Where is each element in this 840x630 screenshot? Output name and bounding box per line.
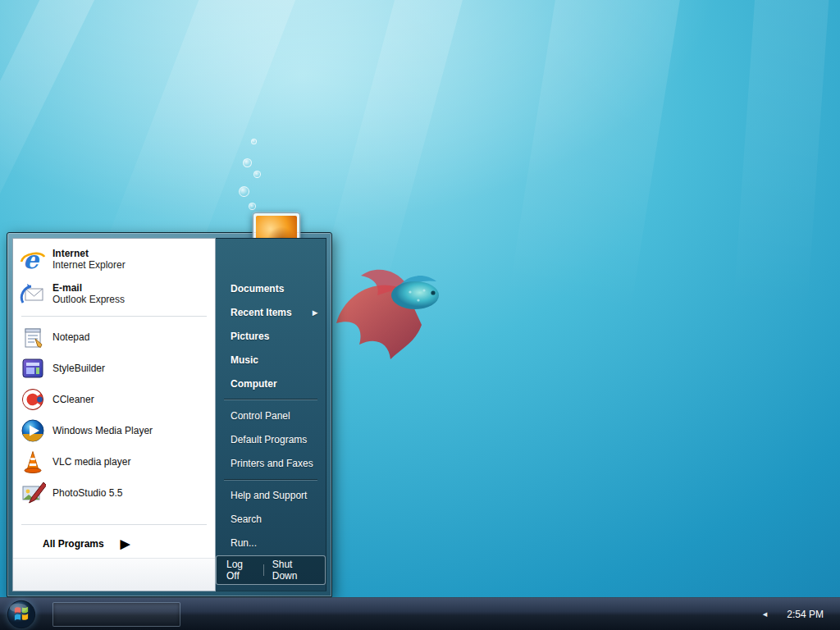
pinned-item-title: Internet [52,248,126,259]
light-ray [725,0,837,428]
program-label: CCleaner [52,394,94,405]
desktop: e Internet Internet Explorer [0,0,840,630]
light-ray [491,0,696,430]
outlook-express-icon [20,281,46,307]
start-menu-item-printers-and-faxes[interactable]: Printers and Faxes [216,452,326,476]
all-programs-label: All Programs [43,538,104,550]
menu-item-label: Recent Items [231,307,313,318]
windows-media-player-icon [20,418,46,444]
stylebuilder-icon [20,355,46,381]
program-label: VLC media player [52,456,130,468]
program-label: Windows Media Player [52,425,153,436]
notepad-icon [20,324,46,350]
start-menu-item-stylebuilder[interactable]: StyleBuilder [13,353,215,384]
start-menu-item-windows-media-player[interactable]: Windows Media Player [13,415,215,446]
start-menu-item-pictures[interactable]: Pictures [216,324,326,348]
all-programs-button[interactable]: All Programs ▶ [13,530,215,558]
start-menu-left-panel: e Internet Internet Explorer [12,238,216,591]
menu-item-label: Control Panel [231,410,317,422]
start-menu-item-recent-items[interactable]: Recent Items ▸ [216,300,326,324]
menu-item-label: Pictures [231,331,317,342]
start-menu-left-footer [13,558,215,591]
start-menu-item-ccleaner[interactable]: CCleaner [13,384,215,415]
separator [21,316,207,317]
start-menu-item-run[interactable]: Run... [216,532,326,555]
betta-fish [330,243,451,381]
program-label: PhotoStudio 5.5 [52,487,122,499]
photostudio-icon [20,480,46,506]
separator [224,479,317,481]
start-menu-item-email[interactable]: E-mail Outlook Express [13,276,215,311]
separator [263,564,264,576]
start-menu-item-default-programs[interactable]: Default Programs [216,428,326,452]
svg-text:e: e [23,246,40,272]
log-off-button[interactable]: Log Off [226,559,255,582]
start-menu-item-documents[interactable]: Documents [216,276,326,300]
start-menu-item-music[interactable]: Music [216,348,326,372]
session-buttons: Log Off Shut Down [216,555,326,585]
start-menu-item-vlc[interactable]: VLC media player [13,446,215,477]
program-label: Notepad [52,331,89,343]
windows-logo-icon [7,600,36,629]
internet-explorer-icon: e [20,246,46,272]
bubble [253,171,261,178]
pinned-item-subtitle: Internet Explorer [52,259,126,271]
pinned-item-title: E-mail [52,282,125,294]
system-tray: ◂ 2:54 PM [763,609,840,620]
menu-item-label: Printers and Faxes [231,458,317,469]
taskbar-clock[interactable]: 2:54 PM [787,609,824,620]
bubble [251,139,257,144]
menu-item-label: Help and Support [231,490,317,501]
separator [21,524,207,525]
submenu-arrow-icon: ▸ [313,307,317,318]
start-menu-item-search[interactable]: Search [216,508,326,532]
start-menu-item-help-and-support[interactable]: Help and Support [216,484,326,508]
start-menu-right-panel: Documents Recent Items ▸ Pictures Music … [216,238,326,591]
ccleaner-icon [20,386,46,413]
start-menu-item-photostudio[interactable]: PhotoStudio 5.5 [13,477,215,509]
menu-item-label: Documents [231,283,317,294]
menu-item-label: Music [231,354,317,366]
taskbar-button[interactable] [52,602,180,627]
menu-item-label: Default Programs [231,434,317,445]
menu-item-label: Computer [231,378,317,390]
bubble [249,203,256,210]
spacer [13,509,215,519]
start-menu-item-internet[interactable]: e Internet Internet Explorer [13,242,215,276]
separator [224,399,317,400]
shut-down-button[interactable]: Shut Down [272,559,315,582]
start-menu-item-notepad[interactable]: Notepad [13,322,215,353]
bubble [243,158,252,167]
all-programs-arrow-icon: ▶ [121,536,130,551]
program-label: StyleBuilder [52,363,105,374]
pinned-item-text: Internet Internet Explorer [52,248,126,271]
pinned-item-subtitle: Outlook Express [52,294,125,305]
taskbar: ◂ 2:54 PM [0,597,840,630]
start-menu-item-control-panel[interactable]: Control Panel [216,404,326,427]
bubble [239,186,249,197]
pinned-item-text: E-mail Outlook Express [52,282,125,305]
tray-collapse-arrow-icon[interactable]: ◂ [763,609,768,619]
vlc-icon [20,449,46,475]
menu-item-label: Run... [231,537,317,549]
start-menu: e Internet Internet Explorer [7,232,332,597]
start-button[interactable] [5,598,38,630]
menu-item-label: Search [231,514,317,525]
start-menu-item-computer[interactable]: Computer [216,372,326,395]
